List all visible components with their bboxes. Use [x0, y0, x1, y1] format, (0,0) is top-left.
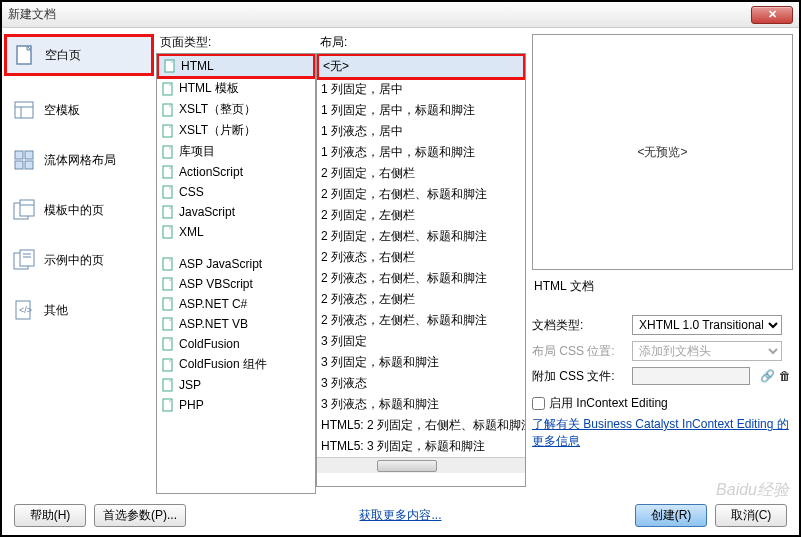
- layout-item[interactable]: 2 列固定，左侧栏: [317, 205, 525, 226]
- file-icon: [161, 204, 175, 220]
- close-button[interactable]: ✕: [751, 6, 793, 24]
- page-type-label: 页面类型:: [160, 34, 316, 51]
- doc-type-select[interactable]: XHTML 1.0 Transitional: [632, 315, 782, 335]
- page-type-item[interactable]: ASP.NET C#: [157, 294, 315, 314]
- window-title: 新建文档: [8, 6, 56, 23]
- link-icon[interactable]: 🔗: [760, 369, 775, 383]
- preferences-button[interactable]: 首选参数(P)...: [94, 504, 186, 527]
- page-type-item[interactable]: ColdFusion 组件: [157, 354, 315, 375]
- preview-box: <无预览>: [532, 34, 793, 270]
- content-area: 空白页 空模板 流体网格布局 模板中的页 示例中的页 </> 其他: [2, 28, 799, 494]
- sidebar-item-page-from-sample[interactable]: 示例中的页: [6, 244, 152, 276]
- cancel-button[interactable]: 取消(C): [715, 504, 787, 527]
- file-icon: [161, 81, 175, 97]
- file-icon: [163, 58, 177, 74]
- doc-type-label: 文档类型:: [532, 317, 626, 334]
- file-icon: [161, 164, 175, 180]
- css-position-label: 布局 CSS 位置:: [532, 343, 626, 360]
- right-pane: <无预览> HTML 文档 文档类型: XHTML 1.0 Transition…: [526, 28, 799, 494]
- layout-item[interactable]: 3 列固定，标题和脚注: [317, 352, 525, 373]
- file-icon: [161, 184, 175, 200]
- blank-template-icon: [12, 98, 36, 122]
- attach-css-row: 附加 CSS 文件: 🔗 🗑: [532, 367, 793, 385]
- layout-item[interactable]: HTML5: 2 列固定，右侧栏、标题和脚注: [317, 415, 525, 436]
- enable-incontext-row: 启用 InContext Editing: [532, 395, 793, 412]
- sidebar-item-other[interactable]: </> 其他: [6, 294, 152, 326]
- layout-item[interactable]: 2 列固定，右侧栏、标题和脚注: [317, 184, 525, 205]
- layout-item[interactable]: HTML5: 3 列固定，标题和脚注: [317, 436, 525, 457]
- layout-item[interactable]: 3 列液态，标题和脚注: [317, 394, 525, 415]
- page-type-item[interactable]: XML: [157, 222, 315, 242]
- layout-list[interactable]: <无>1 列固定，居中1 列固定，居中，标题和脚注1 列液态，居中1 列液态，居…: [316, 53, 526, 487]
- page-type-item[interactable]: XSLT（整页）: [157, 99, 315, 120]
- trash-icon[interactable]: 🗑: [779, 369, 791, 383]
- svg-text:</>: </>: [19, 305, 32, 315]
- sidebar-item-label: 模板中的页: [44, 202, 104, 219]
- page-type-column: 页面类型: HTMLHTML 模板XSLT（整页）XSLT（片断）库项目Acti…: [156, 28, 316, 494]
- layout-item[interactable]: <无>: [316, 53, 526, 80]
- sidebar-item-label: 流体网格布局: [44, 152, 116, 169]
- layout-item[interactable]: 2 列液态，右侧栏: [317, 247, 525, 268]
- file-icon: [161, 316, 175, 332]
- layout-item[interactable]: 1 列液态，居中，标题和脚注: [317, 142, 525, 163]
- sidebar-item-blank-page[interactable]: 空白页: [4, 34, 154, 76]
- incontext-learn-more-link[interactable]: 了解有关 Business Catalyst InContext Editing…: [532, 416, 793, 450]
- page-type-item[interactable]: HTML 模板: [157, 78, 315, 99]
- attach-css-input: [632, 367, 750, 385]
- horizontal-scrollbar[interactable]: [317, 457, 525, 473]
- css-position-select: 添加到文档头: [632, 341, 782, 361]
- layout-item[interactable]: 3 列固定: [317, 331, 525, 352]
- layout-item[interactable]: 2 列液态，右侧栏、标题和脚注: [317, 268, 525, 289]
- sidebar-item-blank-template[interactable]: 空模板: [6, 94, 152, 126]
- page-type-item[interactable]: ActionScript: [157, 162, 315, 182]
- page-type-item[interactable]: ColdFusion: [157, 334, 315, 354]
- page-type-item[interactable]: HTML: [156, 53, 316, 79]
- layout-item[interactable]: 2 列固定，左侧栏、标题和脚注: [317, 226, 525, 247]
- dialog-window: 新建文档 ✕ 空白页 空模板 流体网格布局 模板中的页: [0, 0, 801, 537]
- file-icon: [161, 336, 175, 352]
- page-type-item[interactable]: JavaScript: [157, 202, 315, 222]
- page-type-item[interactable]: ASP JavaScript: [157, 254, 315, 274]
- css-position-row: 布局 CSS 位置: 添加到文档头: [532, 341, 793, 361]
- layout-column: 布局: <无>1 列固定，居中1 列固定，居中，标题和脚注1 列液态，居中1 列…: [316, 28, 526, 494]
- page-from-sample-icon: [12, 248, 36, 272]
- layout-item[interactable]: 2 列固定，右侧栏: [317, 163, 525, 184]
- create-button[interactable]: 创建(R): [635, 504, 707, 527]
- page-type-item[interactable]: XSLT（片断）: [157, 120, 315, 141]
- get-more-link[interactable]: 获取更多内容...: [359, 507, 441, 524]
- sidebar-item-label: 其他: [44, 302, 68, 319]
- layout-item[interactable]: 2 列液态，左侧栏、标题和脚注: [317, 310, 525, 331]
- svg-rect-5: [15, 151, 23, 159]
- help-button[interactable]: 帮助(H): [14, 504, 86, 527]
- page-type-item[interactable]: ASP.NET VB: [157, 314, 315, 334]
- doc-type-row: 文档类型: XHTML 1.0 Transitional: [532, 315, 793, 335]
- page-type-item[interactable]: JSP: [157, 375, 315, 395]
- sidebar-item-label: 示例中的页: [44, 252, 104, 269]
- layout-item[interactable]: 1 列液态，居中: [317, 121, 525, 142]
- enable-incontext-checkbox[interactable]: [532, 397, 545, 410]
- svg-rect-10: [20, 200, 34, 216]
- layout-item[interactable]: 2 列液态，左侧栏: [317, 289, 525, 310]
- page-type-item[interactable]: 库项目: [157, 141, 315, 162]
- page-type-item[interactable]: CSS: [157, 182, 315, 202]
- layout-item[interactable]: 1 列固定，居中: [317, 79, 525, 100]
- code-bracket-icon: </>: [12, 298, 36, 322]
- page-type-list[interactable]: HTMLHTML 模板XSLT（整页）XSLT（片断）库项目ActionScri…: [156, 53, 316, 494]
- layout-item[interactable]: 1 列固定，居中，标题和脚注: [317, 100, 525, 121]
- layout-item[interactable]: 3 列液态: [317, 373, 525, 394]
- sidebar-item-page-from-template[interactable]: 模板中的页: [6, 194, 152, 226]
- title-bar: 新建文档 ✕: [2, 2, 799, 28]
- sidebar-item-label: 空白页: [45, 47, 81, 64]
- blank-page-icon: [13, 43, 37, 67]
- file-icon: [161, 102, 175, 118]
- page-type-item[interactable]: PHP: [157, 395, 315, 415]
- scroll-thumb[interactable]: [377, 460, 437, 472]
- sidebar-item-fluid-grid[interactable]: 流体网格布局: [6, 144, 152, 176]
- layout-label: 布局:: [320, 34, 526, 51]
- close-icon: ✕: [768, 8, 777, 21]
- file-icon: [161, 397, 175, 413]
- sidebar-item-label: 空模板: [44, 102, 80, 119]
- file-icon: [161, 123, 175, 139]
- file-icon: [161, 144, 175, 160]
- page-type-item[interactable]: ASP VBScript: [157, 274, 315, 294]
